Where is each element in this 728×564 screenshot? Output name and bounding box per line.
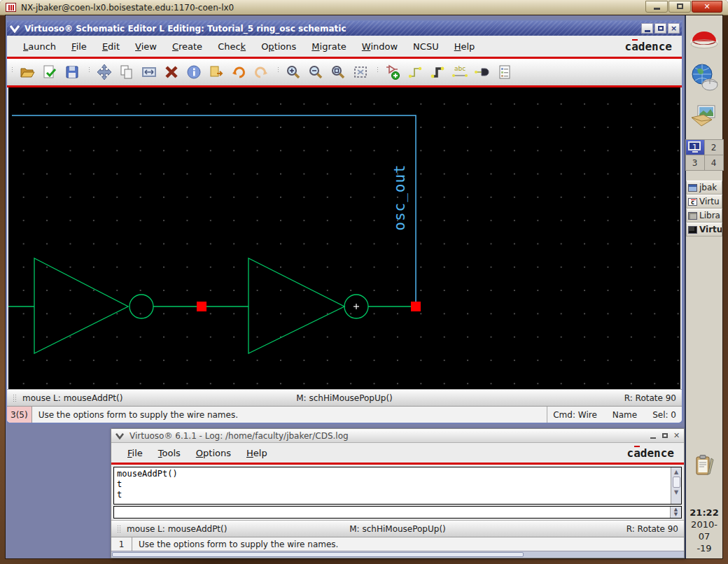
log-output-area[interactable]: mouseAddPt() t t ▲ ▼	[113, 467, 682, 505]
create-wire-name-button[interactable]: abc	[449, 62, 470, 82]
task-item-terminal[interactable]: jbak	[686, 181, 722, 195]
menu-migrate[interactable]: Migrate	[304, 38, 354, 55]
clipboard-notes-icon[interactable]	[692, 454, 716, 479]
menu-options[interactable]: Options	[188, 445, 239, 461]
window-menu-chevron-icon[interactable]	[114, 430, 125, 441]
history-spinner[interactable]: ▲▼	[670, 507, 681, 518]
scroll-up-icon[interactable]: ▲	[672, 467, 681, 477]
snap-point-marker	[354, 304, 359, 309]
menu-options[interactable]: Options	[253, 38, 304, 55]
redhat-icon[interactable]	[688, 25, 720, 54]
menu-edit[interactable]: Edit	[94, 38, 127, 55]
maximize-button[interactable]	[654, 23, 666, 34]
wire-endpoint-marker-2[interactable]	[411, 302, 421, 311]
menu-view[interactable]: View	[127, 38, 164, 55]
check-and-save-button[interactable]	[39, 62, 60, 82]
fit-view-icon	[352, 64, 369, 80]
osc-out-net[interactable]	[12, 115, 416, 302]
net-label-osc-out[interactable]: osc_out	[391, 164, 408, 231]
web-browser-icon[interactable]	[689, 62, 720, 95]
create-pin-button[interactable]	[472, 62, 493, 82]
scrollbar-thumb[interactable]	[673, 477, 680, 488]
workspace-4[interactable]: 4	[705, 155, 723, 170]
schematic-canvas[interactable]: osc_out	[8, 87, 680, 389]
minimize-button[interactable]	[648, 432, 657, 440]
copy-button[interactable]	[116, 62, 137, 82]
menu-create[interactable]: Create	[164, 38, 210, 55]
delete-button[interactable]	[161, 62, 182, 82]
wire-name-icon: abc	[451, 64, 469, 80]
menu-file[interactable]: File	[120, 445, 150, 461]
menu-window[interactable]: Window	[354, 38, 405, 55]
workspace-3[interactable]: 3	[686, 155, 704, 170]
log-titlebar[interactable]: Virtuoso® 6.1.1 - Log: /home/faculty/jba…	[111, 429, 684, 443]
command-status-bar: 3(5) Use the options form to supply the …	[7, 406, 682, 423]
log-menu-separator	[111, 463, 684, 465]
close-button[interactable]: ×	[668, 23, 680, 34]
clock-date-line1: 2010-07	[686, 519, 722, 542]
property-editor-button[interactable]	[494, 62, 515, 82]
stretch-icon	[141, 64, 158, 80]
close-icon: ✕	[704, 3, 710, 10]
nx-minimize-button[interactable]	[645, 1, 668, 13]
open-button[interactable]	[17, 62, 38, 82]
move-button[interactable]	[94, 62, 115, 82]
delete-x-icon	[163, 64, 180, 80]
maximize-icon	[662, 433, 668, 438]
undo-button[interactable]	[228, 62, 249, 82]
log-vertical-scrollbar[interactable]: ▲ ▼	[671, 467, 681, 504]
descend-button[interactable]	[206, 62, 227, 82]
zoom-to-fit-button[interactable]	[328, 62, 349, 82]
message-count-badge: 3(5)	[7, 407, 32, 423]
nx-maximize-button[interactable]	[668, 1, 691, 13]
inverter-1[interactable]	[8, 258, 197, 353]
menu-help[interactable]: Help	[239, 445, 275, 461]
fit-view-button[interactable]	[350, 62, 371, 82]
panel-clock[interactable]: 21:22 2010-07 -19	[686, 507, 722, 554]
check-document-icon	[41, 64, 58, 80]
zoom-out-button[interactable]	[305, 62, 326, 82]
command-input-line[interactable]: ▲▼	[113, 506, 682, 519]
workspace-1[interactable]: 1	[686, 140, 704, 155]
zoom-in-button[interactable]	[283, 62, 304, 82]
maximize-button[interactable]	[660, 432, 669, 440]
redo-button[interactable]	[251, 62, 272, 82]
stretch-button[interactable]	[139, 62, 160, 82]
close-button[interactable]: ✕	[672, 432, 681, 440]
instance-icon	[384, 63, 402, 81]
schematic-titlebar[interactable]: Virtuoso® Schematic Editor L Editing: Tu…	[7, 21, 682, 36]
workspace-2[interactable]: 2	[705, 140, 723, 155]
log-horizontal-scrollbar[interactable]	[111, 551, 684, 558]
nx-close-button[interactable]: ✕	[692, 1, 722, 13]
mouse-middle-binding: M: schHiMousePopUp()	[111, 524, 684, 534]
menu-help[interactable]: Help	[447, 38, 483, 55]
create-wide-wire-button[interactable]	[427, 62, 448, 82]
save-button[interactable]	[62, 62, 83, 82]
create-wire-button[interactable]	[405, 62, 426, 82]
task-item-virtuoso-schematic[interactable]: Virtu	[686, 223, 722, 237]
wire-endpoint-marker-1[interactable]	[197, 302, 206, 311]
clock-date-line2: -19	[686, 542, 722, 554]
mouse-bindings-bar: mouse L: mouseAddPt() M: schHiMousePopUp…	[7, 389, 682, 406]
minimize-button[interactable]	[641, 23, 653, 34]
maximize-icon	[658, 26, 664, 31]
scrollbar-thumb[interactable]	[112, 552, 524, 557]
nx-titlebar[interactable]: NX-jbaker@coen-lx0.boisestate.edu:1170-c…	[0, 0, 728, 15]
menu-file[interactable]: File	[64, 38, 94, 55]
task-item-library-manager[interactable]: Libra	[686, 209, 722, 223]
menu-tools[interactable]: Tools	[150, 445, 188, 461]
task-item-virtuoso-log[interactable]: cVirtu	[686, 195, 722, 209]
properties-button[interactable]	[183, 62, 204, 82]
scroll-down-icon[interactable]: ▼	[672, 488, 681, 497]
nx-title: NX-jbaker@coen-lx0.boisestate.edu:1170-c…	[21, 3, 234, 13]
menu-check[interactable]: Check	[210, 38, 253, 55]
cadence-logo: cadence	[627, 446, 674, 460]
create-instance-button[interactable]	[382, 62, 403, 82]
floppy-disk-icon	[64, 64, 80, 80]
window-menu-chevron-icon[interactable]	[9, 23, 20, 34]
menu-launch[interactable]: Launch	[15, 38, 64, 55]
menu-ncsu[interactable]: NCSU	[405, 38, 447, 55]
inverter-2[interactable]	[206, 258, 411, 353]
screenshot-tool-icon[interactable]	[690, 104, 719, 131]
close-icon: ×	[671, 24, 677, 32]
